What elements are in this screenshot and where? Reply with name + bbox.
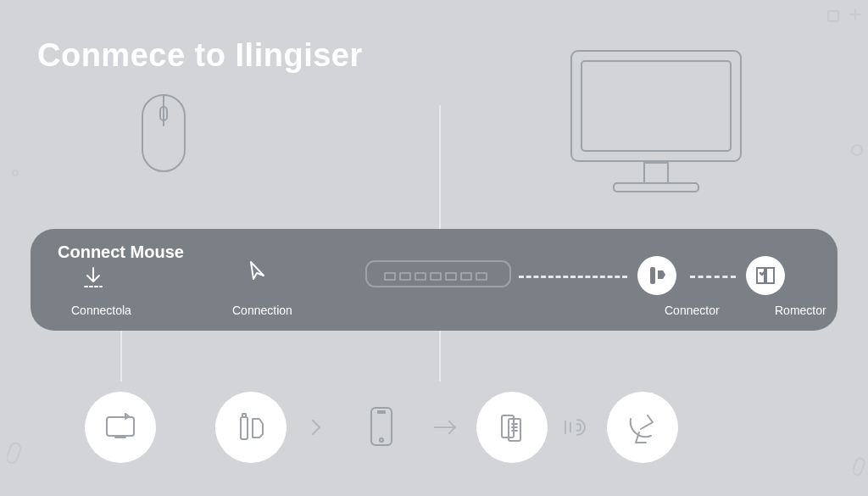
phone-icon [346,392,417,463]
hub-device-icon [364,254,512,293]
connection-line [439,331,441,382]
svg-rect-19 [476,273,487,280]
svg-rect-23 [242,414,246,417]
svg-rect-4 [853,457,865,476]
bar-label-connector: Connector [665,304,720,317]
checklist-book-icon [746,256,785,295]
svg-rect-13 [385,273,395,280]
bottom-step-row [85,385,831,470]
arrow-right-icon [417,419,476,436]
usb-bottle-icon [215,392,287,463]
bar-label-connection: Connection [232,304,292,317]
svg-rect-0 [828,11,838,21]
svg-point-25 [380,438,383,442]
cursor-icon [248,259,268,288]
display-bookmark-icon [85,392,156,463]
svg-rect-14 [400,273,410,280]
svg-rect-11 [614,183,698,192]
svg-point-2 [13,170,18,176]
svg-point-1 [852,145,862,155]
chevron-right-icon [287,417,346,437]
dashed-connection-line [690,276,736,278]
spacer [156,427,215,428]
connection-line [120,331,122,382]
decorative-plus-icon [849,8,861,20]
decorative-square-icon [827,10,839,22]
connection-line [439,105,563,246]
bar-heading: Connect Mouse [58,242,184,262]
decorative-capsule-icon [7,442,24,465]
svg-rect-18 [461,273,471,280]
svg-rect-8 [571,51,741,161]
page-title: Conmece to Ilingiser [37,37,363,74]
bar-label-connectola: Connectola [71,304,131,317]
decorative-circle-icon [851,144,863,156]
connector-icon [637,256,676,295]
antenna-dish-icon [607,392,678,463]
dashed-connection-line [519,276,627,278]
svg-rect-26 [378,411,385,413]
monitor-icon [563,46,749,207]
svg-rect-10 [644,163,668,183]
svg-rect-21 [107,417,134,436]
mouse-icon [136,92,192,176]
download-arrow-icon [81,266,105,293]
svg-rect-16 [431,273,441,280]
svg-rect-22 [241,417,248,439]
svg-rect-20 [650,267,655,284]
decorative-capsule-icon [853,457,868,479]
bar-label-romector: Romector [775,304,826,317]
decorative-circle-icon [12,170,19,176]
signal-waves-icon [548,416,607,438]
page-stack-icon [476,392,548,463]
svg-rect-17 [446,273,456,280]
svg-rect-3 [7,442,22,465]
svg-rect-9 [581,61,731,151]
svg-rect-15 [415,273,426,280]
